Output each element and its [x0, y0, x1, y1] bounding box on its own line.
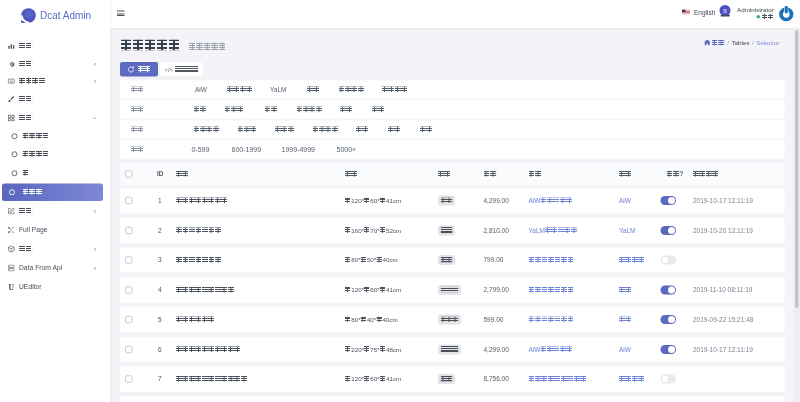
svg-text:U: U: [9, 283, 15, 291]
